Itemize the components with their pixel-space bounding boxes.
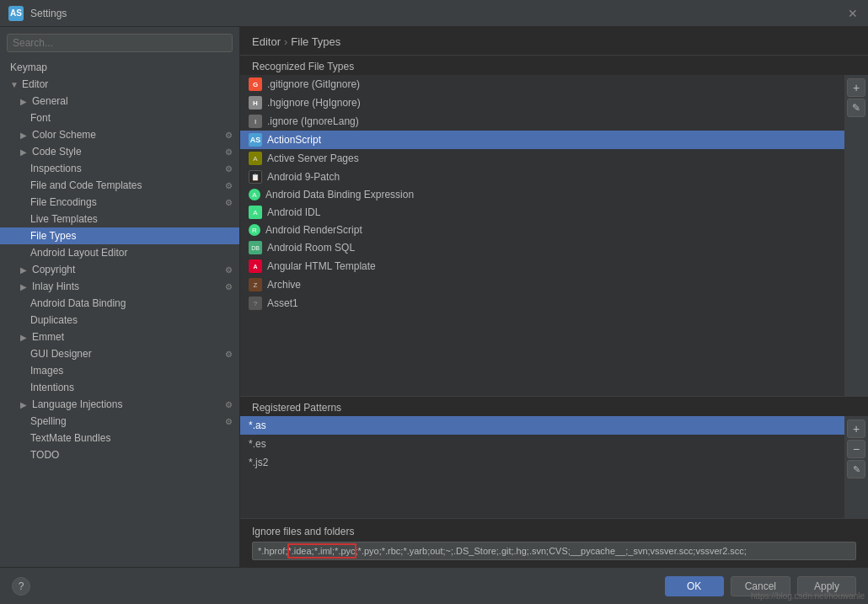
- breadcrumb-current: File Types: [291, 35, 340, 48]
- code-style-expand-arrow: [20, 147, 29, 157]
- add-file-type-button[interactable]: +: [847, 78, 865, 97]
- title-bar-left: AS Settings: [8, 6, 67, 21]
- sidebar-item-label: File Encodings: [30, 196, 97, 208]
- sidebar-item-label: Font: [30, 112, 51, 124]
- edit-file-type-button[interactable]: ✎: [847, 99, 865, 117]
- sidebar-item-label: Intentions: [30, 382, 74, 393]
- add-pattern-button[interactable]: +: [847, 420, 865, 438]
- window-title: Settings: [30, 8, 67, 19]
- file-type-label: Active Server Pages: [267, 152, 359, 164]
- sidebar-item-editor[interactable]: Editor: [0, 76, 239, 93]
- file-type-hgignore[interactable]: H .hgignore (HgIgnore): [240, 94, 844, 112]
- asseta-icon: ?: [249, 297, 262, 310]
- edit-pattern-button[interactable]: ✎: [847, 460, 865, 478]
- sidebar-item-font[interactable]: Font: [0, 110, 239, 126]
- file-type-angular-html[interactable]: A Angular HTML Template: [240, 257, 844, 275]
- sidebar-item-keymap[interactable]: Keymap: [0, 59, 239, 76]
- remove-pattern-button[interactable]: −: [847, 440, 865, 458]
- file-type-ignore[interactable]: I .ignore (IgnoreLang): [240, 112, 844, 131]
- search-input[interactable]: [7, 34, 233, 52]
- pattern-es[interactable]: *.es: [240, 435, 844, 453]
- breadcrumb-separator: ›: [284, 35, 287, 48]
- sidebar-item-android-data-binding[interactable]: Android Data Binding: [0, 295, 239, 312]
- sidebar-item-language-injections[interactable]: Language Injections ⚙: [0, 396, 239, 413]
- file-type-asseta[interactable]: ? Asset1: [240, 294, 844, 313]
- sidebar-item-general[interactable]: General: [0, 93, 239, 110]
- ok-button[interactable]: OK: [665, 576, 724, 596]
- code-style-settings-icon: ⚙: [225, 147, 233, 157]
- file-type-active-server[interactable]: A Active Server Pages: [240, 149, 844, 168]
- file-type-android-idl[interactable]: A Android IDL: [240, 203, 844, 222]
- sidebar-item-copyright[interactable]: Copyright ⚙: [0, 261, 239, 278]
- file-type-android-data-binding[interactable]: A Android Data Binding Expression: [240, 186, 844, 203]
- patterns-buttons: + − ✎: [844, 416, 868, 518]
- sidebar-item-file-code-templates[interactable]: File and Code Templates ⚙: [0, 177, 239, 194]
- pattern-as[interactable]: *.as: [240, 416, 844, 435]
- file-type-gitignore[interactable]: G .gitignore (GitIgnore): [240, 75, 844, 94]
- sidebar-item-emmet[interactable]: Emmet: [0, 329, 239, 345]
- close-button[interactable]: ✕: [846, 7, 860, 20]
- sidebar-item-live-templates[interactable]: Live Templates: [0, 211, 239, 227]
- file-type-label: Archive: [267, 279, 301, 291]
- angular-html-icon: A: [249, 259, 262, 273]
- file-encodings-settings-icon: ⚙: [225, 198, 233, 207]
- sidebar-item-inspections[interactable]: Inspections ⚙: [0, 160, 239, 177]
- sidebar-item-label: Editor: [22, 78, 48, 90]
- language-injections-expand-arrow: [20, 400, 29, 409]
- sidebar-item-label: Color Scheme: [32, 129, 96, 141]
- file-type-android-room-sql[interactable]: DB Android Room SQL: [240, 238, 844, 257]
- sidebar-item-label: File Types: [30, 230, 76, 242]
- sidebar-item-gui-designer[interactable]: GUI Designer ⚙: [0, 345, 239, 362]
- help-button[interactable]: ?: [12, 577, 30, 596]
- sidebar-item-images[interactable]: Images: [0, 362, 239, 379]
- sidebar-item-inlay-hints[interactable]: Inlay Hints ⚙: [0, 278, 239, 295]
- file-type-archive[interactable]: Z Archive: [240, 275, 844, 294]
- sidebar-item-label: Code Style: [32, 146, 82, 158]
- sidebar-item-todo[interactable]: TODO: [0, 446, 239, 463]
- file-type-label: Asset1: [267, 297, 298, 309]
- file-type-actionscript[interactable]: AS ActionScript: [240, 131, 844, 149]
- file-type-android-9patch[interactable]: 📋 Android 9-Patch: [240, 168, 844, 186]
- android-9patch-icon: 📋: [249, 170, 262, 184]
- spelling-settings-icon: ⚙: [225, 417, 233, 426]
- sidebar-item-android-layout[interactable]: Android Layout Editor: [0, 244, 239, 261]
- sidebar-item-spelling[interactable]: Spelling ⚙: [0, 413, 239, 430]
- sidebar-item-label: Live Templates: [30, 213, 98, 225]
- file-type-label: Android RenderScript: [265, 224, 362, 236]
- file-code-templates-settings-icon: ⚙: [225, 181, 233, 190]
- sidebar-item-label: Inspections: [30, 163, 82, 174]
- patterns-list: *.as *.es *.js2: [240, 416, 844, 518]
- file-type-android-renderscript[interactable]: R Android RenderScript: [240, 222, 844, 238]
- breadcrumb-parent: Editor: [252, 35, 281, 48]
- file-type-label: Android Data Binding Expression: [265, 189, 414, 200]
- registered-patterns-label: Registered Patterns: [240, 397, 868, 416]
- file-type-label: Android 9-Patch: [267, 171, 340, 183]
- general-expand-arrow: [20, 97, 29, 106]
- actionscript-icon: AS: [249, 133, 262, 147]
- file-list: G .gitignore (GitIgnore) H .hgignore (Hg…: [240, 75, 844, 396]
- sidebar-item-intentions[interactable]: Intentions: [0, 379, 239, 396]
- sidebar-item-color-scheme[interactable]: Color Scheme ⚙: [0, 126, 239, 143]
- copyright-settings-icon: ⚙: [225, 265, 233, 275]
- sidebar-item-file-types[interactable]: File Types: [0, 227, 239, 244]
- pattern-js2[interactable]: *.js2: [240, 453, 844, 472]
- sidebar-item-textmate-bundles[interactable]: TextMate Bundles: [0, 430, 239, 446]
- file-type-label: Angular HTML Template: [267, 260, 376, 272]
- inlay-hints-expand-arrow: [20, 282, 29, 291]
- file-types-panel: G .gitignore (GitIgnore) H .hgignore (Hg…: [240, 75, 868, 397]
- sidebar-item-file-encodings[interactable]: File Encodings ⚙: [0, 194, 239, 211]
- patterns-panel: *.as *.es *.js2 + − ✎: [240, 416, 868, 518]
- android-room-sql-icon: DB: [249, 241, 262, 254]
- android-idl-icon: A: [249, 206, 262, 219]
- sidebar-item-code-style[interactable]: Code Style ⚙: [0, 143, 239, 160]
- sidebar-item-label: Android Data Binding: [30, 297, 126, 309]
- sidebar-item-label: Inlay Hints: [32, 281, 79, 292]
- title-bar: AS Settings ✕: [0, 0, 868, 27]
- sidebar-item-label: File and Code Templates: [30, 179, 142, 191]
- recognized-file-types-label: Recognized File Types: [240, 56, 868, 75]
- sidebar-item-duplicates[interactable]: Duplicates: [0, 312, 239, 329]
- ignore-input-wrapper: [252, 542, 856, 560]
- ignore-input[interactable]: [252, 542, 856, 560]
- archive-icon: Z: [249, 278, 262, 291]
- sidebar-item-label: General: [32, 95, 68, 107]
